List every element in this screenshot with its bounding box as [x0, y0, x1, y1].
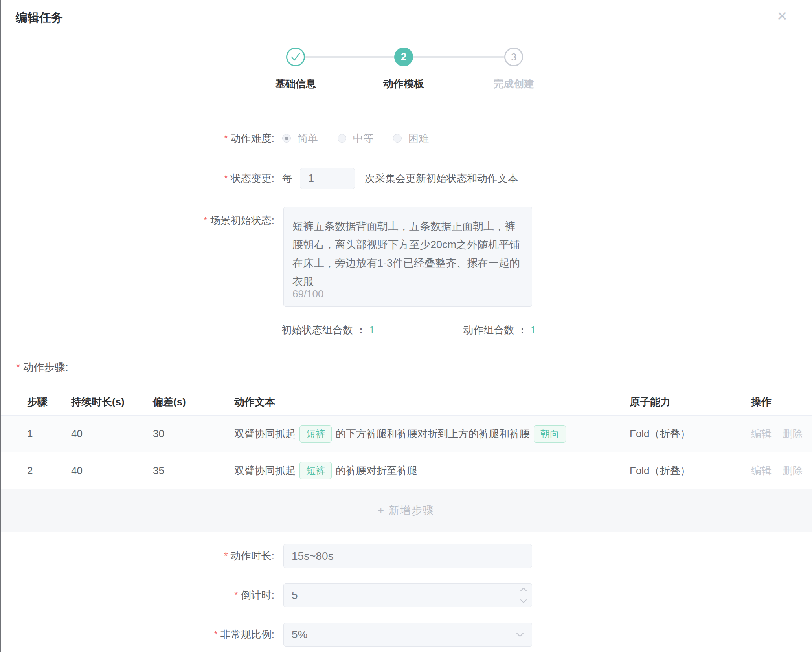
action-combo-count: 动作组合数 ： 1 [463, 323, 536, 337]
step-connector-1 [305, 56, 394, 58]
dialog-header: 编辑任务 ✕ [0, 0, 812, 36]
row2-ability: Fold（折叠） [630, 464, 751, 478]
edit-link[interactable]: 编辑 [751, 427, 772, 441]
unusual-ratio-value: 5% [292, 628, 307, 641]
action-duration-row: *动作时长: 15s~80s [0, 544, 812, 568]
orientation-tag: 朝向 [534, 425, 566, 443]
header-ability: 原子能力 [630, 395, 751, 409]
radio-icon [338, 134, 346, 143]
combo-counts-row: 初始状态组合数 ： 1 动作组合数 ： 1 [281, 323, 536, 337]
header-step: 步骤 [27, 395, 71, 409]
chevron-down-icon [516, 632, 524, 637]
header-text: 动作文本 [234, 395, 630, 409]
chevron-up-icon [520, 588, 527, 591]
step-connector-2 [413, 56, 504, 58]
action-duration-input[interactable]: 15s~80s [283, 544, 532, 568]
step2-circle: 2 [394, 48, 413, 66]
initial-combo-value: 1 [369, 324, 375, 336]
spinner-up-button[interactable] [515, 584, 532, 595]
action-steps-section-label: *动作步骤: [0, 359, 812, 375]
row1-operations: 编辑 删除 [751, 427, 812, 441]
chevron-down-icon [520, 599, 527, 603]
table-row: 2 40 35 双臂协同抓起 短裤 的裤腰对折至裤腿 Fold（折叠） 编辑 删… [0, 452, 812, 489]
row2-operations: 编辑 删除 [751, 464, 812, 478]
step1-label: 基础信息 [264, 77, 327, 91]
edit-link[interactable]: 编辑 [751, 464, 772, 478]
row2-deviation: 35 [153, 465, 234, 477]
char-counter: 69/100 [292, 288, 324, 300]
step1-circle [286, 48, 305, 66]
add-step-button[interactable]: + 新增步骤 [378, 504, 434, 518]
required-mark: * [224, 550, 228, 562]
initial-combo-count: 初始状态组合数 ： 1 [281, 323, 375, 337]
row1-deviation: 30 [153, 428, 234, 440]
close-icon[interactable]: ✕ [777, 9, 788, 23]
delete-link[interactable]: 删除 [783, 427, 803, 441]
header-deviation: 偏差(s) [153, 395, 234, 409]
row1-duration: 40 [71, 428, 153, 440]
object-tag: 短裤 [299, 425, 332, 443]
state-change-suffix: 次采集会更新初始状态和动作文本 [365, 172, 518, 185]
step3-label: 完成创建 [482, 77, 545, 91]
radio-selected-icon [282, 134, 291, 143]
header-duration: 持续时长(s) [71, 395, 153, 409]
difficulty-row: *动作难度: 简单 中等 困难 [0, 130, 812, 146]
radio-option-medium[interactable]: 中等 [338, 132, 373, 145]
action-combo-value: 1 [531, 324, 536, 336]
stepper: 2 3 基础信息 动作模板 完成创建 [0, 36, 812, 95]
spinner-down-button[interactable] [515, 595, 532, 607]
state-change-control: 每 1 次采集会更新初始状态和动作文本 [282, 168, 518, 189]
action-duration-label: *动作时长: [0, 549, 274, 563]
initial-state-row: *场景初始状态: 短裤五条数据背面朝上，五条数据正面朝上，裤腰朝右，离头部视野下… [0, 207, 812, 307]
countdown-row: *倒计时: 5 [0, 583, 812, 607]
countdown-label: *倒计时: [0, 588, 274, 602]
required-mark: * [16, 361, 20, 374]
step3-number: 3 [511, 51, 516, 63]
header-operations: 操作 [751, 395, 812, 409]
radio-option-easy[interactable]: 简单 [282, 132, 318, 145]
unusual-ratio-row: *非常规比例: 5% [0, 623, 812, 647]
step2-number: 2 [400, 51, 406, 63]
row2-duration: 40 [71, 465, 153, 477]
row2-action-text: 双臂协同抓起 短裤 的裤腰对折至裤腿 [234, 462, 630, 479]
dialog-title: 编辑任务 [16, 10, 63, 26]
modal-left-edge [0, 0, 1, 652]
row1-ability: Fold（折叠） [630, 427, 751, 441]
difficulty-label: *动作难度: [0, 132, 274, 145]
required-mark: * [204, 214, 208, 226]
state-change-prefix: 每 [282, 172, 292, 185]
step3-circle: 3 [504, 48, 523, 66]
initial-state-label: *场景初始状态: [0, 207, 274, 227]
number-spinner [515, 584, 532, 607]
unusual-ratio-label: *非常规比例: [0, 628, 274, 641]
radio-icon [393, 134, 402, 143]
required-mark: * [224, 172, 228, 184]
row2-step: 2 [27, 465, 71, 477]
state-change-input[interactable]: 1 [300, 168, 355, 189]
difficulty-radio-group: 简单 中等 困难 [282, 132, 448, 145]
action-steps-table: 步骤 持续时长(s) 偏差(s) 动作文本 原子能力 操作 1 40 30 双臂… [0, 389, 812, 532]
row1-action-text: 双臂协同抓起 短裤 的下方裤腿和裤腰对折到上方的裤腿和裤腰 朝向 [234, 425, 630, 443]
object-tag: 短裤 [299, 462, 332, 479]
row1-step: 1 [27, 428, 71, 440]
initial-state-text: 短裤五条数据背面朝上，五条数据正面朝上，裤腰朝右，离头部视野下方至少20cm之外… [292, 217, 523, 291]
radio-option-hard[interactable]: 困难 [393, 132, 429, 145]
unusual-ratio-select[interactable]: 5% [283, 623, 532, 647]
delete-link[interactable]: 删除 [783, 464, 803, 478]
table-footer: + 新增步骤 [0, 489, 812, 532]
initial-state-textarea[interactable]: 短裤五条数据背面朝上，五条数据正面朝上，裤腰朝右，离头部视野下方至少20cm之外… [283, 207, 532, 307]
table-row: 1 40 30 双臂协同抓起 短裤 的下方裤腿和裤腰对折到上方的裤腿和裤腰 朝向… [0, 416, 812, 452]
countdown-value: 5 [292, 589, 298, 602]
table-header-row: 步骤 持续时长(s) 偏差(s) 动作文本 原子能力 操作 [0, 389, 812, 416]
state-change-label: *状态变更: [0, 172, 274, 185]
required-mark: * [214, 628, 218, 640]
check-icon [290, 52, 301, 62]
countdown-input[interactable]: 5 [283, 583, 532, 607]
required-mark: * [224, 132, 228, 144]
required-mark: * [234, 589, 238, 601]
step2-label: 动作模板 [372, 77, 435, 91]
state-change-row: *状态变更: 每 1 次采集会更新初始状态和动作文本 [0, 168, 812, 189]
